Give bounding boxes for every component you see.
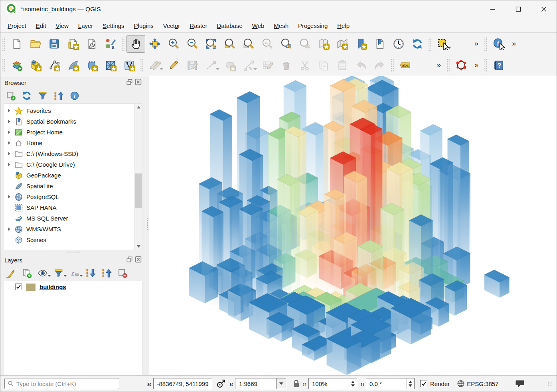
paste-features-button[interactable] (333, 57, 352, 74)
delete-selected-button[interactable] (277, 57, 295, 74)
dropdown-caret-icon[interactable] (253, 65, 257, 72)
save-project-button[interactable] (45, 35, 63, 53)
browser-scrollbar[interactable] (134, 104, 142, 250)
dropdown-caret-icon[interactable] (448, 43, 451, 50)
digitize-with-segment-button[interactable] (201, 57, 220, 74)
style-manager-button[interactable]: a (101, 35, 120, 53)
scale-combo[interactable]: 1:9669 (235, 378, 277, 389)
resize-grip[interactable] (547, 381, 553, 386)
toolbar-handle[interactable] (484, 59, 488, 72)
properties-widget-button[interactable]: i (69, 91, 80, 101)
browser-item-home[interactable]: Home (4, 138, 134, 148)
expander-icon[interactable] (4, 152, 14, 156)
open-project-button[interactable] (26, 35, 45, 53)
toolbar-handle[interactable] (2, 37, 6, 51)
dropdown-caret-icon[interactable] (160, 65, 163, 72)
cut-features-button[interactable] (295, 57, 314, 74)
expander-icon[interactable] (4, 130, 14, 134)
new-shapefile-layer-button[interactable] (45, 57, 63, 74)
maximize-button[interactable] (506, 0, 531, 18)
browser-item-spatial-bookmarks[interactable]: Spatial Bookmarks (4, 116, 134, 127)
zoom-native-button[interactable]: 1:1 (258, 35, 277, 53)
browser-item-scenes[interactable]: Scenes (4, 234, 134, 245)
menu-view[interactable]: View (51, 20, 73, 32)
toolbar-handle[interactable] (2, 59, 6, 72)
add-group-button[interactable] (21, 268, 32, 279)
modify-attributes-button[interactable] (258, 57, 277, 74)
copy-features-button[interactable] (314, 57, 333, 74)
collapse-all-layers-button[interactable] (101, 268, 112, 279)
new-geopackage-layer-button[interactable] (26, 57, 45, 74)
identify-features-button[interactable]: i (489, 35, 508, 53)
rotation-spinbox[interactable]: 0.0 ° (366, 378, 415, 389)
new-print-layout-button[interactable] (63, 35, 82, 53)
menu-vector[interactable]: Vector (158, 20, 185, 32)
browser-item-wms-wmts[interactable]: WMS/WMTS (4, 224, 134, 234)
expander-icon[interactable] (4, 120, 14, 123)
expander-icon[interactable] (4, 109, 14, 112)
new-3d-map-view-button[interactable] (333, 35, 352, 53)
new-spatialite-layer-button[interactable] (63, 57, 82, 74)
show-spatial-bookmarks-button[interactable] (370, 35, 389, 53)
refresh-browser-button[interactable] (21, 91, 32, 101)
menu-settings[interactable]: Settings (98, 20, 129, 32)
dropdown-caret-icon[interactable] (79, 271, 83, 278)
close-button[interactable] (531, 0, 557, 18)
layer-visibility-checkbox[interactable] (15, 284, 22, 290)
collapse-all-button[interactable] (53, 91, 64, 101)
toolbar-overflow-button[interactable]: » (470, 61, 482, 69)
remove-layer-button[interactable] (117, 268, 128, 279)
panel-splitter[interactable] (0, 250, 146, 254)
digitize-shape-button[interactable] (220, 57, 239, 74)
browser-item-spatialite[interactable]: SpatiaLite (4, 181, 134, 191)
dropdown-caret-icon[interactable] (47, 271, 51, 278)
new-gpx-layer-button[interactable] (120, 57, 138, 74)
browser-item-ms-sql-server[interactable]: MS SQL Server (4, 213, 134, 224)
extents-toggle-icon[interactable] (216, 379, 226, 389)
lock-scale-icon[interactable] (292, 379, 300, 388)
menu-raster[interactable]: Raster (185, 20, 212, 32)
browser-item-project-home[interactable]: Project Home (4, 127, 134, 138)
crs-label[interactable]: EPSG:3857 (467, 380, 498, 387)
coordinate-box[interactable]: -8836749, 5411999 (153, 378, 212, 389)
filter-browser-button[interactable] (37, 91, 48, 101)
browser-scrollbar-thumb[interactable] (135, 173, 142, 208)
toolbar-overflow-button[interactable]: » (433, 61, 445, 69)
browser-item-c-windows-ssd-[interactable]: C:\ (Windows-SSD) (4, 148, 134, 159)
expander-icon[interactable] (4, 141, 14, 145)
pan-to-selection-button[interactable] (145, 35, 164, 53)
browser-item-geopackage[interactable]: GeoPackage (4, 170, 134, 181)
menu-web[interactable]: Web (247, 20, 269, 32)
filter-legend-button[interactable] (53, 268, 64, 279)
pan-map-button[interactable] (126, 35, 145, 53)
refresh-map-button[interactable] (408, 35, 427, 53)
browser-float-button[interactable] (126, 79, 133, 87)
save-layer-edits-button[interactable] (183, 57, 201, 74)
menu-mesh[interactable]: Mesh (269, 20, 293, 32)
dropdown-caret-icon[interactable] (63, 271, 67, 278)
zoom-to-layer-button[interactable] (239, 35, 258, 53)
new-spatial-bookmark-button[interactable] (352, 35, 370, 53)
help-contents-button[interactable]: ? (489, 57, 508, 74)
menu-project[interactable]: Project (3, 20, 31, 32)
undo-button[interactable] (352, 57, 370, 74)
layers-float-button[interactable] (126, 256, 133, 264)
toolbar-handle[interactable] (484, 37, 488, 51)
toolbar-handle[interactable] (121, 37, 125, 51)
browser-item-favorites[interactable]: Favorites (4, 105, 134, 116)
zoom-next-button[interactable] (295, 35, 314, 53)
current-edits-button[interactable] (145, 57, 164, 74)
map-canvas[interactable] (149, 76, 557, 375)
menu-processing[interactable]: Processing (293, 20, 332, 32)
expand-all-button[interactable] (85, 268, 96, 279)
magnifier-spinbox[interactable]: 100% (308, 378, 357, 389)
zoom-to-selection-button[interactable] (220, 35, 239, 53)
toolbar-overflow-button[interactable]: » (508, 39, 520, 48)
browser-item-sap-hana[interactable]: SAP HANA (4, 202, 134, 213)
filter-by-expression-button[interactable]: ε (69, 268, 80, 279)
render-checkbox[interactable] (420, 380, 427, 387)
new-map-view-button[interactable] (314, 35, 333, 53)
expander-icon[interactable] (4, 163, 14, 166)
toolbar-overflow-button[interactable]: » (470, 39, 482, 48)
crs-globe-icon[interactable] (457, 380, 465, 388)
